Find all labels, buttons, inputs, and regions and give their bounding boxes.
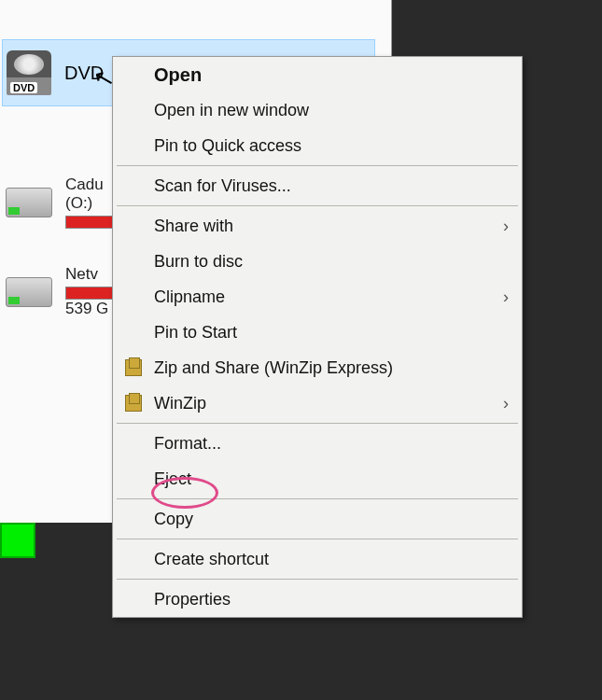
menu-label: Open in new window (154, 101, 309, 120)
menu-label: Share with (154, 217, 233, 236)
menu-burn-to-disc[interactable]: Burn to disc (113, 244, 522, 279)
hdd-icon (6, 188, 52, 217)
menu-winzip[interactable]: WinZip› (113, 385, 522, 421)
menu-label: Eject (154, 469, 191, 489)
menu-scan-viruses[interactable]: Scan for Viruses... (113, 168, 522, 203)
menu-open-label: Open (154, 64, 202, 86)
chevron-right-icon: › (503, 394, 509, 413)
menu-label: WinZip (154, 394, 206, 413)
menu-create-shortcut[interactable]: Create shortcut (113, 541, 522, 577)
menu-properties[interactable]: Properties (113, 581, 522, 617)
menu-separator (117, 579, 518, 580)
menu-zip-and-share[interactable]: Zip and Share (WinZip Express) (113, 350, 522, 385)
chevron-right-icon: › (503, 217, 509, 236)
menu-label: Burn to disc (154, 252, 243, 272)
taskbar-icon[interactable] (0, 523, 35, 558)
menu-share-with[interactable]: Share with› (113, 208, 522, 244)
menu-label: Pin to Start (154, 323, 237, 343)
menu-eject[interactable]: Eject (113, 461, 522, 497)
menu-label: Pin to Quick access (154, 136, 301, 156)
menu-separator (117, 498, 518, 499)
menu-label: Zip and Share (WinZip Express) (154, 358, 393, 378)
menu-label: Clipname (154, 287, 225, 307)
drive-net-label: Netv (65, 265, 117, 284)
drive-item-network[interactable]: Netv 539 G (2, 261, 120, 322)
menu-label: Create shortcut (154, 550, 269, 569)
menu-label: Format... (154, 434, 221, 454)
menu-label: Properties (154, 590, 231, 609)
menu-clipname[interactable]: Clipname› (113, 279, 522, 315)
menu-open-new-window[interactable]: Open in new window (113, 92, 522, 128)
menu-separator (117, 539, 518, 539)
menu-separator (117, 205, 518, 206)
winzip-icon (124, 394, 143, 413)
drive-net-usage-bar (65, 287, 117, 300)
drive-net-size: 539 G (65, 300, 117, 318)
menu-separator (117, 423, 518, 424)
menu-format[interactable]: Format... (113, 426, 522, 461)
chevron-right-icon: › (503, 287, 509, 307)
menu-copy[interactable]: Copy (113, 501, 522, 537)
menu-open[interactable]: Open (113, 57, 522, 92)
menu-label: Copy (154, 510, 193, 529)
drive-o-label: Cadu (65, 175, 117, 194)
drive-o-letter: (O:) (65, 194, 117, 213)
menu-label: Scan for Viruses... (154, 176, 291, 196)
hdd-icon (6, 277, 52, 307)
drive-item-o[interactable]: Cadu (O:) (2, 172, 120, 232)
dvd-badge: DVD (10, 82, 37, 93)
drive-o-usage-bar (65, 216, 117, 229)
menu-pin-to-start[interactable]: Pin to Start (113, 315, 522, 350)
winzip-icon (124, 358, 143, 377)
dvd-drive-icon: DVD (7, 50, 51, 95)
menu-pin-quick-access[interactable]: Pin to Quick access (113, 128, 522, 163)
menu-separator (117, 165, 518, 166)
context-menu: Open Open in new window Pin to Quick acc… (112, 56, 523, 618)
